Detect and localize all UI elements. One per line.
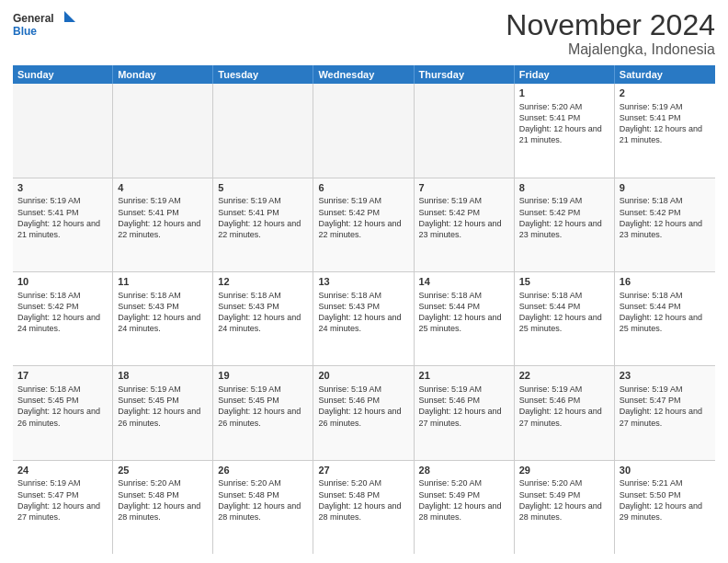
calendar-cell: 16Sunrise: 5:18 AMSunset: 5:44 PMDayligh…: [615, 272, 715, 365]
day-number: 21: [419, 369, 509, 383]
day-number: 19: [218, 369, 308, 383]
daylight-text: Daylight: 12 hours and 23 minutes.: [620, 218, 711, 240]
calendar-cell: 10Sunrise: 5:18 AMSunset: 5:42 PMDayligh…: [13, 272, 113, 365]
calendar-cell: 19Sunrise: 5:19 AMSunset: 5:45 PMDayligh…: [213, 366, 313, 459]
svg-text:General: General: [13, 12, 54, 25]
calendar-cell: 6Sunrise: 5:19 AMSunset: 5:42 PMDaylight…: [313, 178, 414, 271]
sunset-text: Sunset: 5:41 PM: [519, 112, 609, 123]
location: Majalengka, Indonesia: [506, 41, 715, 58]
sunset-text: Sunset: 5:43 PM: [118, 301, 208, 312]
calendar-cell: 17Sunrise: 5:18 AMSunset: 5:45 PMDayligh…: [13, 366, 113, 459]
day-number: 26: [218, 464, 308, 477]
sunset-text: Sunset: 5:45 PM: [118, 395, 208, 406]
calendar: SundayMondayTuesdayWednesdayThursdayFrid…: [13, 65, 715, 554]
calendar-cell: 24Sunrise: 5:19 AMSunset: 5:47 PMDayligh…: [13, 461, 113, 554]
sunset-text: Sunset: 5:42 PM: [519, 207, 609, 218]
sunrise-text: Sunrise: 5:19 AM: [419, 384, 509, 395]
sunrise-text: Sunrise: 5:20 AM: [318, 477, 408, 488]
daylight-text: Daylight: 12 hours and 22 minutes.: [218, 218, 308, 240]
sunset-text: Sunset: 5:41 PM: [17, 207, 108, 218]
daylight-text: Daylight: 12 hours and 25 minutes.: [620, 312, 711, 334]
daylight-text: Daylight: 12 hours and 26 minutes.: [318, 406, 408, 428]
sunset-text: Sunset: 5:42 PM: [620, 207, 711, 218]
sunset-text: Sunset: 5:42 PM: [419, 207, 509, 218]
daylight-text: Daylight: 12 hours and 28 minutes.: [118, 500, 208, 523]
page: General Blue November 2024 Majalengka, I…: [0, 0, 728, 563]
sunrise-text: Sunrise: 5:18 AM: [519, 290, 609, 301]
day-number: 27: [318, 464, 408, 477]
daylight-text: Daylight: 12 hours and 23 minutes.: [519, 218, 609, 240]
day-number: 9: [620, 181, 711, 195]
calendar-cell: 28Sunrise: 5:20 AMSunset: 5:49 PMDayligh…: [415, 461, 515, 554]
sunrise-text: Sunrise: 5:18 AM: [17, 384, 108, 395]
sunset-text: Sunset: 5:50 PM: [620, 489, 711, 500]
day-number: 30: [620, 464, 711, 477]
sunset-text: Sunset: 5:46 PM: [519, 395, 609, 406]
sunset-text: Sunset: 5:47 PM: [17, 489, 108, 500]
calendar-cell: [313, 84, 414, 177]
daylight-text: Daylight: 12 hours and 27 minutes.: [620, 406, 711, 428]
calendar-cell: [13, 84, 113, 177]
sunset-text: Sunset: 5:42 PM: [17, 301, 108, 312]
sunrise-text: Sunrise: 5:19 AM: [218, 384, 308, 395]
daylight-text: Daylight: 12 hours and 27 minutes.: [419, 406, 509, 428]
calendar-week-3: 10Sunrise: 5:18 AMSunset: 5:42 PMDayligh…: [13, 272, 715, 366]
day-header-thursday: Thursday: [415, 65, 515, 84]
sunrise-text: Sunrise: 5:19 AM: [318, 195, 408, 206]
calendar-week-2: 3Sunrise: 5:19 AMSunset: 5:41 PMDaylight…: [13, 178, 715, 272]
daylight-text: Daylight: 12 hours and 29 minutes.: [620, 500, 711, 523]
calendar-header: SundayMondayTuesdayWednesdayThursdayFrid…: [13, 65, 715, 84]
calendar-cell: [415, 84, 515, 177]
day-number: 17: [17, 369, 108, 383]
calendar-cell: 3Sunrise: 5:19 AMSunset: 5:41 PMDaylight…: [13, 178, 113, 271]
daylight-text: Daylight: 12 hours and 21 minutes.: [17, 218, 108, 240]
calendar-cell: 8Sunrise: 5:19 AMSunset: 5:42 PMDaylight…: [515, 178, 615, 271]
daylight-text: Daylight: 12 hours and 22 minutes.: [318, 218, 408, 240]
daylight-text: Daylight: 12 hours and 24 minutes.: [318, 312, 408, 334]
daylight-text: Daylight: 12 hours and 28 minutes.: [519, 500, 609, 523]
daylight-text: Daylight: 12 hours and 24 minutes.: [118, 312, 208, 334]
sunset-text: Sunset: 5:47 PM: [620, 395, 711, 406]
daylight-text: Daylight: 12 hours and 22 minutes.: [118, 218, 208, 240]
calendar-cell: 26Sunrise: 5:20 AMSunset: 5:48 PMDayligh…: [213, 461, 313, 554]
daylight-text: Daylight: 12 hours and 26 minutes.: [218, 406, 308, 428]
sunset-text: Sunset: 5:49 PM: [419, 489, 509, 500]
daylight-text: Daylight: 12 hours and 28 minutes.: [419, 500, 509, 523]
daylight-text: Daylight: 12 hours and 21 minutes.: [519, 123, 609, 145]
day-number: 5: [218, 181, 308, 195]
day-number: 10: [17, 275, 108, 289]
header: General Blue November 2024 Majalengka, I…: [13, 9, 715, 58]
sunset-text: Sunset: 5:42 PM: [318, 207, 408, 218]
daylight-text: Daylight: 12 hours and 21 minutes.: [620, 123, 711, 145]
sunrise-text: Sunrise: 5:19 AM: [620, 101, 711, 112]
sunrise-text: Sunrise: 5:18 AM: [419, 290, 509, 301]
sunrise-text: Sunrise: 5:20 AM: [419, 477, 509, 488]
svg-text:Blue: Blue: [13, 25, 37, 38]
calendar-cell: 13Sunrise: 5:18 AMSunset: 5:43 PMDayligh…: [313, 272, 414, 365]
daylight-text: Daylight: 12 hours and 27 minutes.: [17, 500, 108, 523]
day-number: 15: [519, 275, 609, 289]
day-number: 16: [620, 275, 711, 289]
sunset-text: Sunset: 5:44 PM: [419, 301, 509, 312]
daylight-text: Daylight: 12 hours and 26 minutes.: [118, 406, 208, 428]
day-number: 28: [419, 464, 509, 477]
sunrise-text: Sunrise: 5:19 AM: [419, 195, 509, 206]
calendar-cell: [113, 84, 213, 177]
day-number: 20: [318, 369, 408, 383]
calendar-cell: 2Sunrise: 5:19 AMSunset: 5:41 PMDaylight…: [615, 84, 715, 177]
day-header-saturday: Saturday: [615, 65, 715, 84]
sunrise-text: Sunrise: 5:20 AM: [519, 101, 609, 112]
sunset-text: Sunset: 5:45 PM: [218, 395, 308, 406]
daylight-text: Daylight: 12 hours and 28 minutes.: [318, 500, 408, 523]
daylight-text: Daylight: 12 hours and 28 minutes.: [218, 500, 308, 523]
calendar-cell: 23Sunrise: 5:19 AMSunset: 5:47 PMDayligh…: [615, 366, 715, 459]
sunrise-text: Sunrise: 5:19 AM: [118, 384, 208, 395]
calendar-cell: 5Sunrise: 5:19 AMSunset: 5:41 PMDaylight…: [213, 178, 313, 271]
day-number: 1: [519, 86, 609, 100]
calendar-cell: [213, 84, 313, 177]
calendar-cell: 27Sunrise: 5:20 AMSunset: 5:48 PMDayligh…: [313, 461, 414, 554]
calendar-cell: 21Sunrise: 5:19 AMSunset: 5:46 PMDayligh…: [415, 366, 515, 459]
calendar-cell: 12Sunrise: 5:18 AMSunset: 5:43 PMDayligh…: [213, 272, 313, 365]
sunrise-text: Sunrise: 5:18 AM: [620, 195, 711, 206]
daylight-text: Daylight: 12 hours and 25 minutes.: [419, 312, 509, 334]
